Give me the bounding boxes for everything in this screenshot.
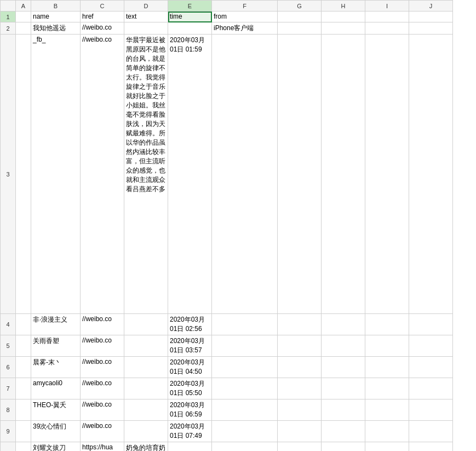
cell-f5[interactable] (212, 335, 278, 357)
cell-d3[interactable]: 华晨宇最近被黑原因不是他的台风，就是简单的旋律不太行。我觉得旋律之于音乐就好比脸… (124, 35, 168, 314)
cell-i6[interactable] (365, 357, 409, 378)
col-header-f[interactable]: F (212, 1, 278, 12)
cell-g9[interactable] (278, 421, 322, 442)
cell-b4[interactable]: 非·浪漫主义 (31, 314, 81, 335)
cell-j10[interactable] (409, 442, 453, 452)
cell-i1[interactable] (365, 12, 409, 22)
cell-a10[interactable] (16, 442, 31, 452)
cell-c5[interactable]: //weibo.co (81, 335, 124, 357)
cell-i4[interactable] (365, 314, 409, 335)
cell-j8[interactable] (409, 399, 453, 421)
cell-e2[interactable] (168, 22, 212, 35)
cell-g1[interactable] (278, 12, 322, 22)
cell-b5[interactable]: 关雨香塑 (31, 335, 81, 357)
cell-d5[interactable] (124, 335, 168, 357)
cell-h4[interactable] (322, 314, 365, 335)
cell-g7[interactable] (278, 378, 322, 399)
col-header-e[interactable]: E (168, 1, 212, 12)
cell-f4[interactable] (212, 314, 278, 335)
cell-g2[interactable] (278, 22, 322, 35)
cell-i8[interactable] (365, 399, 409, 421)
cell-f3[interactable] (212, 35, 278, 314)
cell-h5[interactable] (322, 335, 365, 357)
cell-a7[interactable] (16, 378, 31, 399)
cell-h8[interactable] (322, 399, 365, 421)
cell-g6[interactable] (278, 357, 322, 378)
cell-a2[interactable] (16, 22, 31, 35)
cell-f1[interactable]: from (212, 12, 278, 22)
cell-j3[interactable] (409, 35, 453, 314)
cell-c4[interactable]: //weibo.co (81, 314, 124, 335)
cell-j2[interactable] (409, 22, 453, 35)
cell-g4[interactable] (278, 314, 322, 335)
cell-c8[interactable]: //weibo.co (81, 399, 124, 421)
cell-a4[interactable] (16, 314, 31, 335)
cell-d6[interactable] (124, 357, 168, 378)
cell-e4[interactable]: 2020年03月01日 02:56 (168, 314, 212, 335)
cell-f2[interactable]: iPhone客户端 (212, 22, 278, 35)
cell-c7[interactable]: //weibo.co (81, 378, 124, 399)
col-header-g[interactable]: G (278, 1, 322, 12)
cell-d2[interactable] (124, 22, 168, 35)
cell-a6[interactable] (16, 357, 31, 378)
cell-h9[interactable] (322, 421, 365, 442)
cell-a3[interactable] (16, 35, 31, 314)
cell-c10[interactable]: https://hua (81, 442, 124, 452)
cell-h6[interactable] (322, 357, 365, 378)
cell-i5[interactable] (365, 335, 409, 357)
cell-c2[interactable]: //weibo.co (81, 22, 124, 35)
cell-j1[interactable] (409, 12, 453, 22)
cell-e8[interactable]: 2020年03月01日 06:59 (168, 399, 212, 421)
cell-d7[interactable] (124, 378, 168, 399)
cell-b7[interactable]: amycaoli0 (31, 378, 81, 399)
col-header-d[interactable]: D (124, 1, 168, 12)
cell-e10[interactable] (168, 442, 212, 452)
cell-b9[interactable]: 39次心情们 (31, 421, 81, 442)
cell-d9[interactable] (124, 421, 168, 442)
cell-f6[interactable] (212, 357, 278, 378)
cell-g8[interactable] (278, 399, 322, 421)
cell-h1[interactable] (322, 12, 365, 22)
cell-i2[interactable] (365, 22, 409, 35)
cell-g5[interactable] (278, 335, 322, 357)
cell-d8[interactable] (124, 399, 168, 421)
cell-b10[interactable]: 刘耀文拔刀 (31, 442, 81, 452)
cell-b2[interactable]: 我知他遥远 (31, 22, 81, 35)
cell-i3[interactable] (365, 35, 409, 314)
col-header-b[interactable]: B (31, 1, 81, 12)
cell-j6[interactable] (409, 357, 453, 378)
cell-f9[interactable] (212, 421, 278, 442)
cell-c3[interactable]: //weibo.co (81, 35, 124, 314)
cell-e1[interactable]: time (168, 12, 212, 22)
cell-a5[interactable] (16, 335, 31, 357)
col-header-j[interactable]: J (409, 1, 453, 12)
cell-i10[interactable] (365, 442, 409, 452)
cell-b3[interactable]: _fb_ (31, 35, 81, 314)
cell-h10[interactable] (322, 442, 365, 452)
cell-f10[interactable] (212, 442, 278, 452)
cell-e3[interactable]: 2020年03月01日 01:59 (168, 35, 212, 314)
cell-b8[interactable]: THEO-翼夭 (31, 399, 81, 421)
cell-g3[interactable] (278, 35, 322, 314)
cell-d1[interactable]: text (124, 12, 168, 22)
cell-j4[interactable] (409, 314, 453, 335)
cell-c6[interactable]: //weibo.co (81, 357, 124, 378)
cell-d10[interactable]: 奶兔的培育奶兔的培育基地超话 (124, 442, 168, 452)
cell-f7[interactable] (212, 378, 278, 399)
col-header-i[interactable]: I (365, 1, 409, 12)
cell-d4[interactable] (124, 314, 168, 335)
cell-h7[interactable] (322, 378, 365, 399)
cell-j7[interactable] (409, 378, 453, 399)
col-header-a[interactable]: A (16, 1, 31, 12)
col-header-c[interactable]: C (81, 1, 124, 12)
cell-a9[interactable] (16, 421, 31, 442)
cell-f8[interactable] (212, 399, 278, 421)
col-header-h[interactable]: H (322, 1, 365, 12)
cell-i9[interactable] (365, 421, 409, 442)
cell-e6[interactable]: 2020年03月01日 04:50 (168, 357, 212, 378)
cell-b6[interactable]: 晨雾-末丶 (31, 357, 81, 378)
cell-h3[interactable] (322, 35, 365, 314)
cell-e7[interactable]: 2020年03月01日 05:50 (168, 378, 212, 399)
cell-h2[interactable] (322, 22, 365, 35)
cell-i7[interactable] (365, 378, 409, 399)
